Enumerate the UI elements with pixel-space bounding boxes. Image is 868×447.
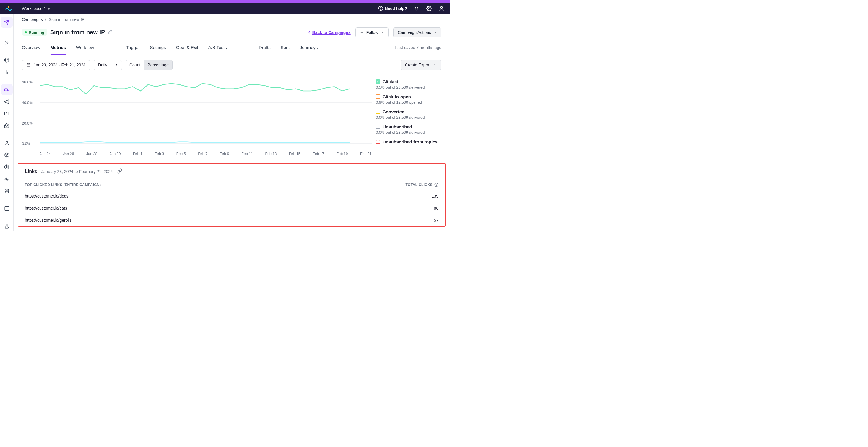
nav-objects-icon[interactable] (1, 150, 13, 161)
link-row[interactable]: https://customer.io/gerbils57 (18, 214, 445, 226)
legend-item[interactable]: Converted0.0% out of 23,509 delivered (376, 109, 441, 120)
chart-legend: Clicked0.5% out of 23,509 deliveredClick… (372, 76, 441, 156)
workspace-name: Workspace 1 (22, 6, 46, 11)
nav-activity-icon[interactable] (1, 173, 13, 185)
help-circle-icon[interactable] (434, 183, 438, 187)
legend-label: Clicked (382, 79, 398, 84)
tab-journeys[interactable]: Journeys (300, 40, 318, 55)
svg-point-12 (5, 189, 8, 190)
tab-metrics[interactable]: Metrics (51, 40, 66, 55)
link-row[interactable]: https://customer.io/cats86 (18, 202, 445, 214)
links-title: Links (25, 169, 37, 174)
accent-bar (0, 0, 450, 3)
topbar: Workspace 1 ▴▾ Need help? (0, 3, 450, 14)
xtick: Feb 11 (241, 152, 253, 156)
back-to-campaigns-link[interactable]: Back to Campaigns (307, 30, 351, 35)
legend-checkbox[interactable] (376, 125, 380, 129)
legend-label: Unsubscribed (382, 124, 412, 129)
link-url: https://customer.io/dogs (25, 194, 68, 198)
legend-item[interactable]: Unsubscribed0.0% out of 23,509 delivered (376, 124, 441, 135)
breadcrumb-parent[interactable]: Campaigns (22, 17, 43, 22)
legend-subtext: 0.0% out of 23,509 delivered (376, 115, 441, 120)
link-count: 86 (434, 206, 438, 211)
interval-select[interactable]: Daily ▼ (94, 60, 122, 70)
link-row[interactable]: https://customer.io/dogs139 (18, 190, 445, 202)
tab-workflow[interactable]: Workflow (76, 40, 94, 55)
date-range-picker[interactable]: Jan 23, 2024 - Feb 21, 2024 (22, 60, 90, 70)
tab-ab-tests[interactable]: A/B Tests (208, 40, 227, 55)
tab-goal-exit[interactable]: Goal & Exit (176, 40, 198, 55)
ytick: 60.0% (22, 80, 33, 84)
edit-title-icon[interactable] (108, 30, 112, 35)
nav-people-icon[interactable] (1, 137, 13, 149)
nav-send-icon[interactable] (1, 17, 13, 28)
xtick: Jan 24 (39, 152, 51, 156)
link-icon[interactable] (117, 168, 122, 175)
toggle-percentage[interactable]: Percentage (144, 60, 172, 70)
help-link[interactable]: Need help? (378, 6, 407, 11)
xtick: Feb 7 (198, 152, 208, 156)
legend-checkbox[interactable] (376, 94, 380, 99)
tab-sent[interactable]: Sent (281, 40, 290, 55)
toolbar: Jan 23, 2024 - Feb 21, 2024 Daily ▼ Coun… (13, 55, 450, 75)
notifications-icon[interactable] (414, 6, 420, 11)
nav-segments-icon[interactable] (1, 162, 13, 173)
follow-button[interactable]: Follow (355, 28, 389, 37)
legend-checkbox[interactable] (376, 109, 380, 114)
breadcrumb-current: Sign in from new IP (49, 17, 85, 22)
xtick: Jan 26 (63, 152, 74, 156)
svg-rect-13 (5, 207, 9, 211)
xtick: Feb 1 (133, 152, 143, 156)
svg-point-16 (436, 185, 437, 186)
workspace-selector[interactable]: Workspace 1 ▴▾ (22, 6, 50, 11)
tab-drafts[interactable]: Drafts (259, 40, 271, 55)
legend-subtext: 0.9% out of 12,500 opened (376, 100, 441, 104)
xtick: Feb 5 (176, 152, 186, 156)
nav-dashboard-icon[interactable] (1, 55, 13, 66)
legend-checkbox[interactable] (376, 79, 380, 84)
xtick: Feb 9 (220, 152, 229, 156)
legend-item[interactable]: Clicked0.5% out of 23,509 delivered (376, 79, 441, 90)
nav-broadcast-icon[interactable] (1, 96, 13, 107)
status-label: Running (29, 30, 44, 35)
svg-rect-6 (4, 89, 7, 91)
app-logo[interactable] (5, 5, 12, 12)
nav-delivery-icon[interactable] (1, 120, 13, 131)
chevron-down-icon (433, 63, 437, 67)
links-panel: Links January 23, 2024 to February 21, 2… (18, 163, 445, 227)
links-date-range: January 23, 2024 to February 21, 2024 (41, 169, 113, 174)
settings-icon[interactable] (426, 6, 432, 11)
tab-trigger[interactable]: Trigger (126, 40, 140, 55)
nav-data-icon[interactable] (1, 186, 13, 197)
x-axis-labels: Jan 24Jan 26Jan 28Jan 30Feb 1Feb 3Feb 5F… (39, 152, 372, 156)
legend-label: Converted (382, 109, 404, 114)
xtick: Feb 21 (360, 152, 372, 156)
main-content: Campaigns / Sign in from new IP Running … (13, 14, 450, 231)
last-saved-label: Last saved 7 months ago (395, 40, 441, 55)
legend-item[interactable]: Unsubscribed from topics (376, 139, 441, 145)
export-label: Create Export (405, 63, 430, 67)
chevron-down-icon (380, 31, 384, 34)
svg-point-9 (6, 141, 8, 143)
nav-content-icon[interactable] (1, 203, 13, 214)
nav-campaigns-icon[interactable] (1, 84, 13, 95)
tab-settings[interactable]: Settings (150, 40, 166, 55)
help-label: Need help? (385, 6, 407, 11)
svg-rect-8 (4, 112, 8, 115)
xtick: Feb 15 (289, 152, 301, 156)
tab-overview[interactable]: Overview (22, 40, 40, 55)
xtick: Feb 3 (155, 152, 164, 156)
expand-sidebar-icon[interactable] (1, 37, 13, 48)
toggle-count[interactable]: Count (126, 60, 144, 70)
svg-point-0 (8, 6, 9, 8)
legend-checkbox[interactable] (376, 140, 380, 144)
profile-icon[interactable] (438, 6, 444, 11)
nav-transactional-icon[interactable] (1, 108, 13, 119)
breadcrumb: Campaigns / Sign in from new IP (13, 14, 450, 25)
links-col-right: TOTAL CLICKS (406, 183, 433, 187)
campaign-actions-button[interactable]: Campaign Actions (393, 28, 441, 37)
legend-item[interactable]: Click-to-open0.9% out of 12,500 opened (376, 94, 441, 104)
create-export-button[interactable]: Create Export (401, 60, 441, 70)
nav-experiments-icon[interactable] (1, 221, 13, 231)
nav-analytics-icon[interactable] (1, 67, 13, 78)
